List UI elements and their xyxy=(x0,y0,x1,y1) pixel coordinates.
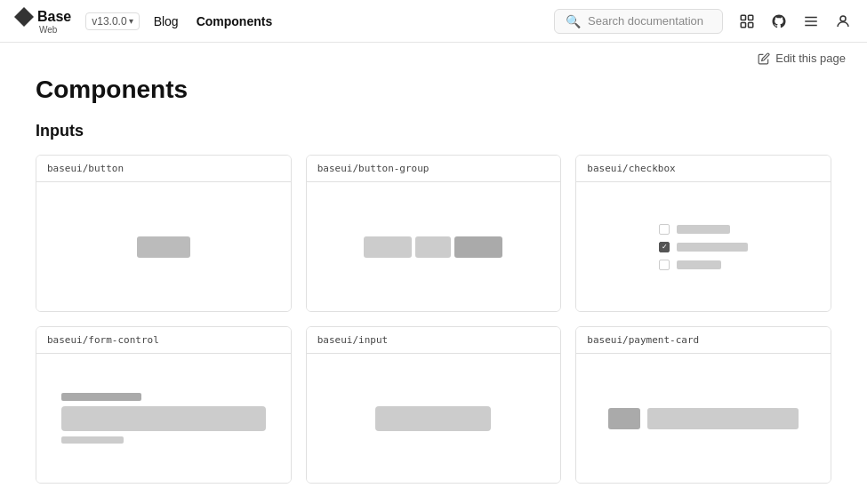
version-selector[interactable]: v13.0.0 ▾ xyxy=(85,12,139,30)
cb-box-2: ✓ xyxy=(659,242,670,252)
search-icon: 🔍 xyxy=(566,14,581,28)
pay-btn xyxy=(608,408,640,429)
cb-row-3 xyxy=(659,260,748,270)
component-name: baseui/checkbox xyxy=(576,156,831,182)
search-bar[interactable]: 🔍 Search documentation xyxy=(554,9,723,34)
btn-g-2 xyxy=(415,236,451,258)
logo-sub: Web xyxy=(39,25,57,35)
menu-icon[interactable] xyxy=(801,12,821,31)
page-title: Components xyxy=(36,76,831,104)
component-preview: ✓ xyxy=(576,182,831,311)
cb-row-2: ✓ xyxy=(659,242,748,252)
nav-link-components[interactable]: Components xyxy=(197,14,273,28)
nav-link-blog[interactable]: Blog xyxy=(154,14,179,28)
component-name: baseui/input xyxy=(307,327,561,354)
component-preview xyxy=(307,182,561,311)
cb-label-3 xyxy=(677,260,721,269)
btn-g-1 xyxy=(364,236,412,258)
edit-page-link[interactable]: Edit this page xyxy=(758,52,846,65)
checkbox-preview: ✓ xyxy=(659,224,748,270)
github-icon[interactable] xyxy=(769,12,789,31)
component-preview xyxy=(36,354,291,483)
component-preview xyxy=(36,182,291,311)
component-card-payment-card[interactable]: baseui/payment-card xyxy=(575,326,831,484)
component-card-input[interactable]: baseui/input xyxy=(306,326,562,484)
search-placeholder: Search documentation xyxy=(588,14,711,28)
nav-links: Blog Components xyxy=(154,14,273,28)
component-name: baseui/payment-card xyxy=(576,327,831,354)
component-card-button[interactable]: baseui/button xyxy=(36,155,292,312)
component-preview xyxy=(307,354,561,483)
pencil-icon xyxy=(758,52,770,65)
component-name: baseui/button-group xyxy=(307,156,561,182)
pay-row xyxy=(608,408,799,429)
pay-bar xyxy=(647,408,799,429)
component-name: baseui/form-control xyxy=(36,327,291,354)
checkmark-icon: ✓ xyxy=(662,244,668,251)
fc-label xyxy=(61,393,141,401)
user-icon[interactable] xyxy=(833,12,853,31)
payment-card-preview xyxy=(590,408,816,429)
button-group-preview xyxy=(364,236,502,258)
form-control-preview xyxy=(51,393,277,444)
logo-icon xyxy=(14,7,34,27)
svg-rect-3 xyxy=(749,22,753,27)
cb-label-2 xyxy=(677,243,748,252)
slack-icon[interactable] xyxy=(737,12,757,31)
components-grid: baseui/button baseui/button-group baseui… xyxy=(36,155,831,484)
component-preview xyxy=(576,354,831,483)
main-content: Components Inputs baseui/button baseui/b… xyxy=(0,68,867,504)
component-card-button-group[interactable]: baseui/button-group xyxy=(306,155,562,312)
navbar: Base Web v13.0.0 ▾ Blog Components 🔍 Sea… xyxy=(0,0,867,43)
section-title-inputs: Inputs xyxy=(36,122,831,140)
logo-text: Base xyxy=(37,9,71,25)
component-card-form-control[interactable]: baseui/form-control xyxy=(36,326,292,484)
button-preview xyxy=(137,236,190,258)
svg-rect-0 xyxy=(741,15,745,20)
component-card-checkbox[interactable]: baseui/checkbox ✓ xyxy=(575,155,831,312)
logo[interactable]: Base Web xyxy=(14,7,71,35)
cb-box-3 xyxy=(659,260,670,270)
input-preview xyxy=(375,406,491,431)
svg-point-7 xyxy=(840,16,846,21)
fc-input xyxy=(61,406,266,431)
version-label: v13.0.0 xyxy=(92,15,126,28)
btn-g-3 xyxy=(454,236,502,258)
svg-rect-1 xyxy=(749,15,753,20)
page-header: Edit this page xyxy=(0,43,867,68)
fc-hint xyxy=(61,436,124,444)
cb-row-1 xyxy=(659,224,748,235)
cb-label-1 xyxy=(677,225,730,234)
nav-icon-group xyxy=(737,12,853,31)
svg-rect-2 xyxy=(741,22,745,27)
chevron-down-icon: ▾ xyxy=(129,16,133,26)
edit-page-label: Edit this page xyxy=(775,52,846,65)
cb-box-1 xyxy=(659,224,670,235)
component-name: baseui/button xyxy=(36,156,291,182)
